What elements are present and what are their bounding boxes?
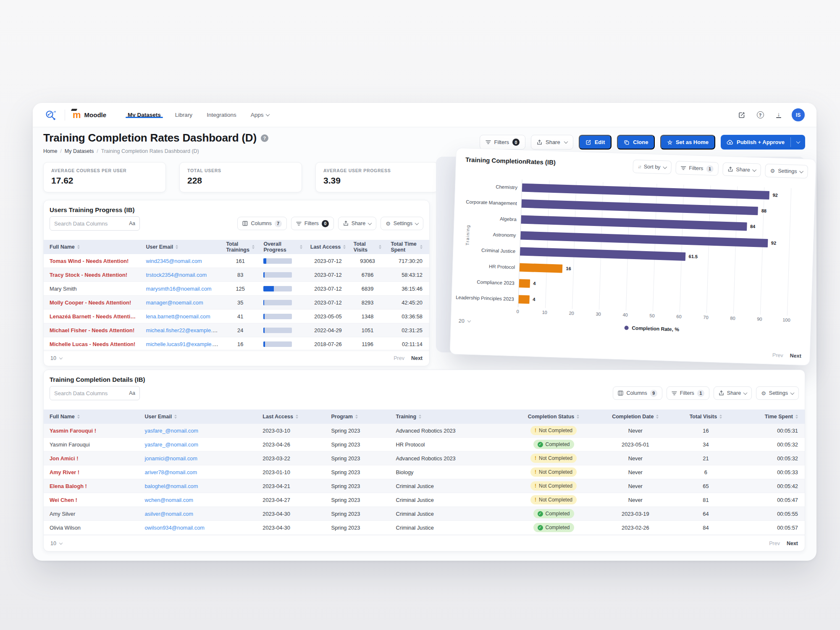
prev-button[interactable]: Prev [394, 355, 404, 361]
share-button[interactable]: Share [722, 163, 761, 177]
column-header-user-email[interactable]: User Email [140, 244, 223, 250]
table-row[interactable]: Elena Balogh !baloghel@nomail.com2023-04… [44, 479, 805, 493]
table-row[interactable]: Michelle Lucas - Needs Attention!michell… [44, 337, 429, 351]
column-header-total-time-spent[interactable]: Total Time Spent [385, 241, 429, 253]
column-header-total-trainings[interactable]: Total Trainings [223, 241, 258, 253]
filters-button[interactable]: Filters 0 [291, 217, 334, 230]
columns-button[interactable]: Columns 7 [237, 217, 286, 230]
breadcrumb-item-home[interactable]: Home [43, 148, 57, 154]
user-avatar[interactable]: IS [792, 108, 805, 121]
table-row[interactable]: Wei Chen !wchen@nomail.com2023-04-27Spri… [44, 493, 805, 507]
publish-approve-button[interactable]: Publish + Approve [721, 135, 790, 150]
search-input[interactable] [54, 390, 129, 396]
chart-bar-compliance-2023[interactable] [519, 279, 530, 288]
email-link[interactable]: owilson934@nomail.com [145, 525, 205, 531]
column-header-total-visits[interactable]: Total Visits [350, 241, 385, 253]
table-row[interactable]: Yasmin Farouquiyasfare_@nomail.com2023-0… [44, 438, 805, 452]
match-case-icon[interactable]: Aa [129, 390, 135, 396]
column-header-user-email[interactable]: User Email [139, 414, 257, 420]
match-case-icon[interactable]: Aa [129, 220, 135, 226]
share-button[interactable]: Share [714, 386, 752, 400]
chart-bar-leadership-principles-2023[interactable] [518, 295, 529, 304]
clone-button[interactable]: Clone [617, 135, 655, 150]
column-header-training[interactable]: Training [390, 414, 512, 420]
column-header-overall-progress[interactable]: Overall Progress [257, 241, 306, 253]
nav-item-apps[interactable]: Apps [244, 112, 277, 118]
prev-button[interactable]: Prev [772, 352, 783, 359]
table-row[interactable]: Yasmin Farouqui !yasfare_@nomail.com2023… [44, 424, 805, 438]
edit-button[interactable]: Edit [579, 135, 612, 150]
email-link[interactable]: wind2345@nomail.com [146, 258, 202, 264]
filters-button[interactable]: Filters 1 [675, 161, 719, 176]
table-row[interactable]: Molly Cooper - Needs Attention!manager@n… [44, 296, 429, 310]
email-link[interactable]: baloghel@nomail.com [145, 483, 198, 489]
email-link[interactable]: manager@noemail.com [146, 299, 203, 306]
column-header-last-access[interactable]: Last Access [257, 414, 325, 420]
columns-button[interactable]: Columns 9 [613, 386, 662, 400]
table-row[interactable]: Mary Smithmarysmth16@noemail.com1252023-… [44, 282, 429, 296]
email-link[interactable]: asilver@nomail.com [145, 511, 193, 517]
column-header-full-name[interactable]: Full Name [44, 244, 140, 250]
settings-button[interactable]: ⚙ Settings [381, 217, 423, 230]
nav-item-my-datasets[interactable]: My Datasets [121, 112, 168, 118]
filters-button[interactable]: Filters 1 [667, 386, 709, 400]
breadcrumb-item-my-datasets[interactable]: My Datasets [65, 148, 94, 154]
email-link[interactable]: ariver78@nomail.com [145, 469, 197, 475]
cell-total-time-spent: 717:30:20 [385, 258, 429, 264]
email-link[interactable]: micheal.fisher22@example.com [146, 327, 223, 333]
download-icon[interactable]: ↓ [773, 110, 784, 121]
table-row[interactable]: Tracy Stock - Needs Attention!trstock235… [44, 268, 429, 282]
table-row[interactable]: Amy River !ariver78@nomail.com2023-01-10… [44, 465, 805, 479]
share-button[interactable]: Share [531, 135, 573, 150]
share-button[interactable]: Share [338, 217, 376, 230]
cell-overall-progress [257, 272, 306, 278]
chart-bar-criminal-justice[interactable] [520, 247, 685, 261]
chart-bar-hr-protocol[interactable] [520, 263, 563, 273]
table-row[interactable]: Lenazéá Barnett - Needs Attention!lena.b… [44, 310, 429, 323]
table-row[interactable]: Jon Amici !jonamici@nomail.com2023-03-22… [44, 452, 805, 465]
column-header-completion-date[interactable]: Completion Date [596, 414, 675, 420]
sort-down-arrow [296, 417, 298, 419]
column-header-total-visits[interactable]: Total Visits [675, 414, 736, 420]
email-link[interactable]: michelle.lucas91@example.com [146, 341, 223, 347]
column-header-completion-status[interactable]: Completion Status [512, 414, 595, 420]
page-size-select[interactable]: 10 [50, 355, 62, 361]
search-input[interactable] [54, 220, 129, 227]
page-size-select[interactable]: 20 [459, 318, 470, 324]
next-button[interactable]: Next [790, 353, 801, 359]
table-row[interactable]: Amy Silverasilver@nomail.com2023-04-30Sp… [44, 507, 805, 521]
nav-item-integrations[interactable]: Integrations [200, 112, 244, 118]
page-size-select[interactable]: 10 [50, 541, 62, 546]
next-button[interactable]: Next [787, 541, 798, 546]
settings-button[interactable]: ⚙ Settings [756, 386, 799, 400]
settings-button[interactable]: ⚙ Settings [765, 164, 808, 178]
column-header-full-name[interactable]: Full Name [44, 414, 139, 420]
email-link[interactable]: yasfare_@nomail.com [145, 441, 199, 448]
email-link[interactable]: trstock2354@nomail.com [146, 272, 207, 278]
publish-dropdown-button[interactable] [791, 135, 805, 150]
nav-item-library[interactable]: Library [168, 112, 200, 118]
table-row[interactable]: Michael Fisher - Needs Attention!micheal… [44, 323, 429, 337]
column-header-last-access[interactable]: Last Access [306, 244, 350, 250]
title-help-icon[interactable]: ? [261, 134, 268, 142]
table-row[interactable]: Olivia Wilsonowilson934@nomail.com2023-0… [44, 521, 805, 535]
moodle-logo[interactable]: m Moodle [73, 110, 106, 120]
email-link[interactable]: wchen@nomail.com [145, 497, 193, 503]
email-link[interactable]: yasfare_@nomail.com [145, 428, 199, 434]
table-row[interactable]: Tomas Wind - Needs Attention!wind2345@no… [44, 254, 429, 268]
column-header-time-spent[interactable]: Time Spent [736, 414, 805, 420]
email-link[interactable]: lena.barnett@noemail.com [146, 313, 210, 320]
filters-button[interactable]: Filters 0 [480, 135, 525, 150]
email-link[interactable]: jonamici@nomail.com [145, 455, 197, 462]
next-button[interactable]: Next [411, 355, 423, 361]
set-as-home-button[interactable]: ☆ Set as Home [660, 135, 715, 150]
column-header-program[interactable]: Program [325, 414, 390, 420]
help-icon[interactable]: ? [755, 110, 766, 121]
sort-by-button[interactable]: ↓↑ Sort by [633, 160, 672, 174]
cell-last-access: 2023-07-12 [306, 258, 350, 264]
cell-last-access: 2023-04-30 [257, 511, 325, 517]
compose-icon[interactable] [736, 110, 747, 121]
prev-button[interactable]: Prev [769, 541, 780, 546]
app-logo-icon[interactable] [45, 109, 57, 121]
email-link[interactable]: marysmth16@noemail.com [146, 286, 212, 292]
